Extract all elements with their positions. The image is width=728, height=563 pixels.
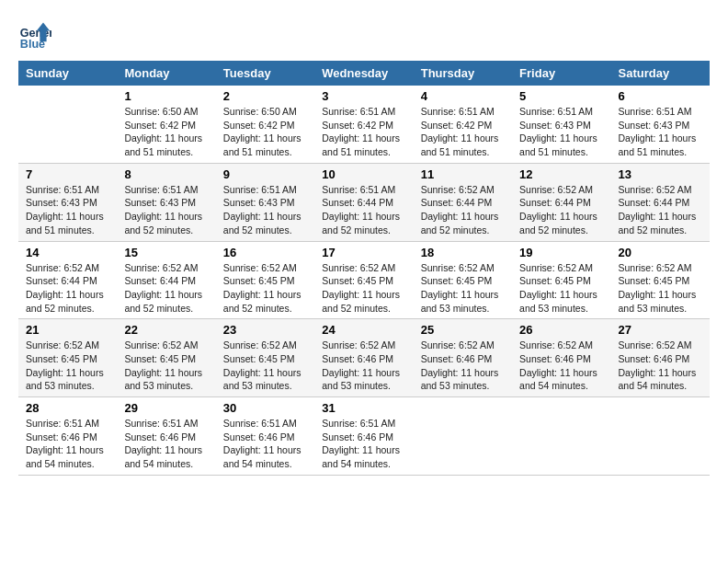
calendar-cell: 30Sunrise: 6:51 AMSunset: 6:46 PMDayligh… xyxy=(216,397,314,476)
day-info: Sunrise: 6:50 AMSunset: 6:42 PMDaylight:… xyxy=(124,105,208,159)
logo: General Blue xyxy=(18,18,51,52)
day-info: Sunrise: 6:52 AMSunset: 6:45 PMDaylight:… xyxy=(223,339,307,393)
day-info: Sunrise: 6:51 AMSunset: 6:43 PMDaylight:… xyxy=(223,183,307,237)
day-info: Sunrise: 6:51 AMSunset: 6:46 PMDaylight:… xyxy=(124,417,208,471)
day-number: 10 xyxy=(322,167,405,181)
day-number: 7 xyxy=(26,167,109,181)
day-info: Sunrise: 6:52 AMSunset: 6:44 PMDaylight:… xyxy=(519,183,603,237)
calendar-week-1: 1Sunrise: 6:50 AMSunset: 6:42 PMDaylight… xyxy=(18,86,710,163)
column-header-tuesday: Tuesday xyxy=(216,61,314,86)
day-info: Sunrise: 6:51 AMSunset: 6:43 PMDaylight:… xyxy=(124,183,208,237)
day-info: Sunrise: 6:50 AMSunset: 6:42 PMDaylight:… xyxy=(223,105,307,159)
calendar-cell: 22Sunrise: 6:52 AMSunset: 6:45 PMDayligh… xyxy=(117,319,215,397)
calendar-cell: 8Sunrise: 6:51 AMSunset: 6:43 PMDaylight… xyxy=(117,163,215,241)
calendar-cell: 7Sunrise: 6:51 AMSunset: 6:43 PMDaylight… xyxy=(18,163,117,241)
calendar-week-2: 7Sunrise: 6:51 AMSunset: 6:43 PMDaylight… xyxy=(18,163,710,241)
day-info: Sunrise: 6:52 AMSunset: 6:45 PMDaylight:… xyxy=(223,261,307,316)
day-info: Sunrise: 6:51 AMSunset: 6:42 PMDaylight:… xyxy=(421,105,505,159)
calendar-cell: 28Sunrise: 6:51 AMSunset: 6:46 PMDayligh… xyxy=(18,397,117,476)
day-info: Sunrise: 6:51 AMSunset: 6:46 PMDaylight:… xyxy=(223,417,307,471)
calendar-cell: 24Sunrise: 6:52 AMSunset: 6:46 PMDayligh… xyxy=(314,319,413,397)
calendar-cell: 12Sunrise: 6:52 AMSunset: 6:44 PMDayligh… xyxy=(512,163,610,241)
calendar-cell: 17Sunrise: 6:52 AMSunset: 6:45 PMDayligh… xyxy=(314,241,413,319)
day-number: 19 xyxy=(519,246,603,259)
day-number: 6 xyxy=(619,89,702,103)
column-header-monday: Monday xyxy=(117,61,215,86)
calendar-cell: 13Sunrise: 6:52 AMSunset: 6:44 PMDayligh… xyxy=(611,163,710,241)
calendar-cell: 27Sunrise: 6:52 AMSunset: 6:46 PMDayligh… xyxy=(611,319,710,397)
day-number: 9 xyxy=(223,167,307,181)
day-info: Sunrise: 6:52 AMSunset: 6:46 PMDaylight:… xyxy=(519,339,603,393)
calendar-cell: 11Sunrise: 6:52 AMSunset: 6:44 PMDayligh… xyxy=(414,163,512,241)
day-info: Sunrise: 6:52 AMSunset: 6:46 PMDaylight:… xyxy=(619,339,702,393)
day-info: Sunrise: 6:52 AMSunset: 6:45 PMDaylight:… xyxy=(124,339,208,393)
calendar-cell xyxy=(611,397,710,476)
calendar-cell: 21Sunrise: 6:52 AMSunset: 6:45 PMDayligh… xyxy=(18,319,117,397)
day-info: Sunrise: 6:52 AMSunset: 6:44 PMDaylight:… xyxy=(124,261,208,316)
calendar-cell xyxy=(18,86,117,163)
day-info: Sunrise: 6:51 AMSunset: 6:43 PMDaylight:… xyxy=(26,183,109,237)
day-info: Sunrise: 6:52 AMSunset: 6:46 PMDaylight:… xyxy=(421,339,505,393)
calendar-cell: 29Sunrise: 6:51 AMSunset: 6:46 PMDayligh… xyxy=(117,397,215,476)
column-header-saturday: Saturday xyxy=(611,61,710,86)
day-info: Sunrise: 6:52 AMSunset: 6:45 PMDaylight:… xyxy=(619,261,702,316)
day-number: 17 xyxy=(322,246,405,259)
calendar-cell: 16Sunrise: 6:52 AMSunset: 6:45 PMDayligh… xyxy=(216,241,314,319)
calendar-cell: 15Sunrise: 6:52 AMSunset: 6:44 PMDayligh… xyxy=(117,241,215,319)
calendar-cell: 5Sunrise: 6:51 AMSunset: 6:43 PMDaylight… xyxy=(512,86,610,163)
calendar-cell: 26Sunrise: 6:52 AMSunset: 6:46 PMDayligh… xyxy=(512,319,610,397)
page-header: General Blue xyxy=(18,18,710,52)
day-number: 14 xyxy=(26,246,109,259)
day-number: 1 xyxy=(124,89,208,103)
calendar-header-row: SundayMondayTuesdayWednesdayThursdayFrid… xyxy=(18,61,710,86)
day-number: 3 xyxy=(322,89,405,103)
column-header-friday: Friday xyxy=(512,61,610,86)
calendar-cell: 14Sunrise: 6:52 AMSunset: 6:44 PMDayligh… xyxy=(18,241,117,319)
calendar-cell: 6Sunrise: 6:51 AMSunset: 6:43 PMDaylight… xyxy=(611,86,710,163)
day-number: 28 xyxy=(26,401,109,415)
day-number: 25 xyxy=(421,323,505,337)
day-number: 23 xyxy=(223,323,307,337)
day-info: Sunrise: 6:52 AMSunset: 6:45 PMDaylight:… xyxy=(519,261,603,316)
calendar-cell: 25Sunrise: 6:52 AMSunset: 6:46 PMDayligh… xyxy=(414,319,512,397)
day-number: 4 xyxy=(421,89,505,103)
column-header-thursday: Thursday xyxy=(414,61,512,86)
calendar-cell: 19Sunrise: 6:52 AMSunset: 6:45 PMDayligh… xyxy=(512,241,610,319)
day-info: Sunrise: 6:52 AMSunset: 6:44 PMDaylight:… xyxy=(421,183,505,237)
day-number: 18 xyxy=(421,246,505,259)
day-info: Sunrise: 6:52 AMSunset: 6:44 PMDaylight:… xyxy=(619,183,702,237)
calendar-cell: 23Sunrise: 6:52 AMSunset: 6:45 PMDayligh… xyxy=(216,319,314,397)
calendar-week-3: 14Sunrise: 6:52 AMSunset: 6:44 PMDayligh… xyxy=(18,241,710,319)
day-info: Sunrise: 6:51 AMSunset: 6:42 PMDaylight:… xyxy=(322,105,405,159)
day-number: 13 xyxy=(619,167,702,181)
day-number: 29 xyxy=(124,401,208,415)
day-info: Sunrise: 6:52 AMSunset: 6:44 PMDaylight:… xyxy=(26,261,109,316)
day-number: 15 xyxy=(124,246,208,259)
calendar-cell: 20Sunrise: 6:52 AMSunset: 6:45 PMDayligh… xyxy=(611,241,710,319)
calendar-cell: 9Sunrise: 6:51 AMSunset: 6:43 PMDaylight… xyxy=(216,163,314,241)
day-info: Sunrise: 6:51 AMSunset: 6:44 PMDaylight:… xyxy=(322,183,405,237)
calendar-week-4: 21Sunrise: 6:52 AMSunset: 6:45 PMDayligh… xyxy=(18,319,710,397)
calendar-cell: 1Sunrise: 6:50 AMSunset: 6:42 PMDaylight… xyxy=(117,86,215,163)
day-info: Sunrise: 6:52 AMSunset: 6:45 PMDaylight:… xyxy=(322,261,405,316)
day-number: 12 xyxy=(519,167,603,181)
day-number: 30 xyxy=(223,401,307,415)
calendar-cell: 18Sunrise: 6:52 AMSunset: 6:45 PMDayligh… xyxy=(414,241,512,319)
calendar-cell: 4Sunrise: 6:51 AMSunset: 6:42 PMDaylight… xyxy=(414,86,512,163)
logo-icon: General Blue xyxy=(18,18,51,52)
column-header-sunday: Sunday xyxy=(18,61,117,86)
day-number: 22 xyxy=(124,323,208,337)
day-info: Sunrise: 6:51 AMSunset: 6:46 PMDaylight:… xyxy=(26,417,109,471)
calendar-cell xyxy=(512,397,610,476)
day-number: 27 xyxy=(619,323,702,337)
day-number: 16 xyxy=(223,246,307,259)
day-number: 21 xyxy=(26,323,109,337)
day-info: Sunrise: 6:52 AMSunset: 6:45 PMDaylight:… xyxy=(421,261,505,316)
day-number: 11 xyxy=(421,167,505,181)
calendar-table: SundayMondayTuesdayWednesdayThursdayFrid… xyxy=(18,61,710,476)
calendar-cell: 3Sunrise: 6:51 AMSunset: 6:42 PMDaylight… xyxy=(314,86,413,163)
day-info: Sunrise: 6:51 AMSunset: 6:46 PMDaylight:… xyxy=(322,417,405,471)
day-number: 8 xyxy=(124,167,208,181)
day-number: 2 xyxy=(223,89,307,103)
calendar-cell: 10Sunrise: 6:51 AMSunset: 6:44 PMDayligh… xyxy=(314,163,413,241)
